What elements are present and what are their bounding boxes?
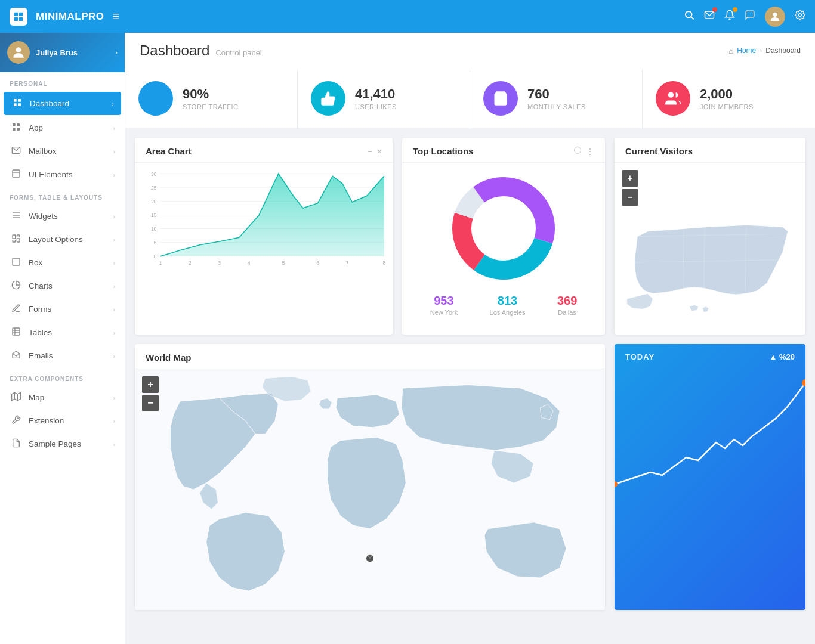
svg-text:5: 5 bbox=[154, 240, 157, 246]
tables-label: Tables bbox=[29, 328, 113, 337]
breadcrumb-home[interactable]: Home bbox=[737, 47, 756, 55]
emails-icon bbox=[10, 350, 23, 361]
sidebar-user[interactable]: Juliya Brus › bbox=[0, 33, 125, 72]
sidebar-item-dashboard[interactable]: Dashboard › bbox=[4, 92, 121, 115]
sidebar-item-widgets[interactable]: Widgets › bbox=[0, 205, 125, 228]
svg-text:0: 0 bbox=[154, 254, 157, 259]
nav-left: MINIMALPRO ≡ bbox=[10, 8, 119, 26]
join-members-info: 2,000 JOIN MEMBERS bbox=[700, 86, 754, 110]
map-chevron: › bbox=[113, 394, 115, 401]
sidebar-item-charts[interactable]: Charts › bbox=[0, 274, 125, 298]
svg-text:20: 20 bbox=[151, 199, 157, 205]
breadcrumb-current: Dashboard bbox=[765, 47, 801, 55]
mail-icon[interactable] bbox=[704, 10, 715, 23]
sidebar-item-extension[interactable]: Extension › bbox=[0, 409, 125, 432]
ui-elements-chevron: › bbox=[113, 171, 115, 178]
us-map-svg bbox=[622, 210, 798, 325]
svg-rect-12 bbox=[14, 103, 17, 106]
monthly-sales-info: 760 MONTHLY SALES bbox=[527, 86, 586, 110]
breadcrumb-sep: › bbox=[760, 47, 762, 55]
layout-options-icon bbox=[10, 234, 23, 245]
mailbox-icon bbox=[10, 145, 23, 157]
widgets-chevron: › bbox=[113, 213, 115, 220]
bell-badge bbox=[733, 7, 737, 12]
svg-point-70 bbox=[802, 379, 805, 386]
map-icon bbox=[10, 392, 23, 403]
sidebar-item-map[interactable]: Map › bbox=[0, 386, 125, 409]
bottom-grid: World Map + − bbox=[125, 344, 815, 620]
sidebar-item-ui-elements[interactable]: UI Elements › bbox=[0, 163, 125, 186]
svg-rect-1 bbox=[19, 12, 23, 16]
svg-point-37 bbox=[668, 92, 674, 98]
forms-chevron: › bbox=[113, 306, 115, 313]
area-chart-actions: − × bbox=[368, 147, 382, 156]
user-likes-info: 41,410 USER LIKES bbox=[355, 86, 397, 110]
store-traffic-info: 90% STORE TRAFFIC bbox=[183, 86, 239, 110]
visitors-zoom-in-btn[interactable]: + bbox=[622, 170, 638, 187]
svg-text:2: 2 bbox=[189, 261, 192, 267]
page-subtitle: Control panel bbox=[215, 48, 261, 57]
svg-text:25: 25 bbox=[151, 185, 157, 191]
area-chart-minimize[interactable]: − bbox=[368, 147, 372, 156]
top-nav: MINIMALPRO ≡ bbox=[0, 0, 815, 33]
search-icon[interactable] bbox=[684, 10, 694, 23]
box-chevron: › bbox=[113, 259, 115, 267]
map-label: Map bbox=[29, 393, 113, 402]
area-chart-close[interactable]: × bbox=[377, 147, 382, 156]
world-zoom-out-btn[interactable]: − bbox=[142, 395, 159, 411]
locations-circle-icon[interactable] bbox=[574, 147, 581, 154]
world-map-header: World Map bbox=[135, 344, 605, 369]
world-zoom-in-btn[interactable]: + bbox=[142, 376, 159, 393]
bell-icon[interactable] bbox=[724, 10, 735, 23]
svg-line-5 bbox=[691, 17, 693, 19]
page-title: Dashboard bbox=[140, 42, 209, 59]
hamburger-icon[interactable]: ≡ bbox=[113, 10, 120, 23]
dashboard-icon bbox=[11, 98, 24, 109]
charts-chevron: › bbox=[113, 283, 115, 290]
sidebar-item-mailbox[interactable]: Mailbox › bbox=[0, 140, 125, 163]
svg-rect-0 bbox=[14, 12, 18, 16]
sidebar-item-emails[interactable]: Emails › bbox=[0, 344, 125, 367]
locations-menu-icon[interactable]: ⋮ bbox=[586, 147, 594, 156]
svg-rect-16 bbox=[13, 128, 16, 131]
mail-badge bbox=[712, 7, 717, 12]
mailbox-chevron: › bbox=[113, 148, 115, 155]
svg-point-9 bbox=[16, 47, 21, 52]
dallas-label: Dallas bbox=[557, 309, 577, 316]
charts-icon bbox=[10, 280, 23, 292]
section-extra: EXTRA COMPONENTS bbox=[0, 367, 125, 386]
home-icon: ⌂ bbox=[728, 47, 733, 55]
la-label: Los Angeles bbox=[490, 309, 526, 316]
tables-chevron: › bbox=[113, 329, 115, 336]
visitors-zoom-out-btn[interactable]: − bbox=[622, 189, 638, 206]
emails-chevron: › bbox=[113, 352, 115, 360]
sidebar-item-box[interactable]: Box › bbox=[0, 251, 125, 274]
svg-rect-28 bbox=[13, 258, 20, 265]
sidebar-item-app[interactable]: App › bbox=[0, 116, 125, 140]
user-likes-value: 41,410 bbox=[355, 86, 397, 102]
svg-rect-24 bbox=[13, 235, 16, 239]
app-icon bbox=[10, 122, 23, 134]
chat-icon[interactable] bbox=[745, 10, 755, 23]
svg-rect-2 bbox=[14, 17, 18, 20]
svg-text:15: 15 bbox=[151, 213, 157, 218]
section-forms: FORMS, TABLE & LAYOUTS bbox=[0, 186, 125, 205]
sidebar-item-tables[interactable]: Tables › bbox=[0, 321, 125, 344]
extension-icon bbox=[10, 415, 23, 426]
user-avatar[interactable] bbox=[765, 7, 785, 27]
ny-label: New York bbox=[430, 309, 458, 316]
sidebar-item-forms[interactable]: Forms › bbox=[0, 298, 125, 321]
settings-icon[interactable] bbox=[795, 10, 805, 23]
location-dallas: 369 Dallas bbox=[557, 294, 577, 316]
dashboard-label: Dashboard bbox=[30, 99, 112, 108]
svg-rect-25 bbox=[17, 235, 20, 237]
breadcrumb: ⌂ Home › Dashboard bbox=[728, 47, 801, 55]
stat-user-likes: 41,410 USER LIKES bbox=[298, 69, 470, 128]
today-chart bbox=[615, 365, 805, 496]
sidebar-item-layout-options[interactable]: Layout Options › bbox=[0, 228, 125, 251]
sidebar-item-sample-pages[interactable]: Sample Pages › bbox=[0, 432, 125, 456]
svg-text:10: 10 bbox=[151, 227, 157, 232]
today-card: TODAY ▲ %20 bbox=[615, 344, 805, 610]
main-layout: Juliya Brus › PERSONAL Dashboard › App ›… bbox=[0, 33, 815, 644]
ui-elements-icon bbox=[10, 169, 23, 180]
